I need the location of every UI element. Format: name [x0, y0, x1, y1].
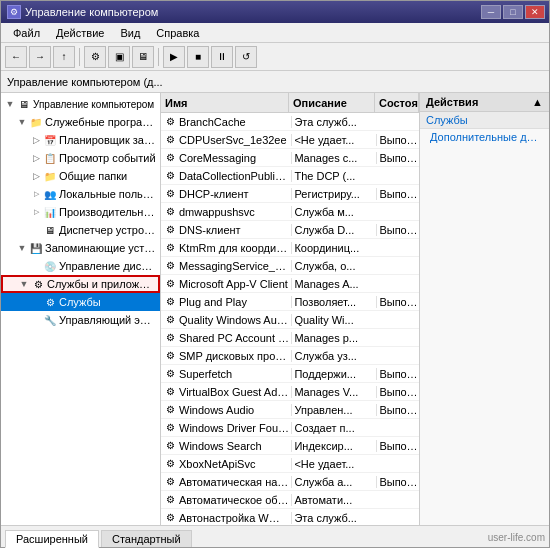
- toolbar-btn-6[interactable]: 🖥: [132, 46, 154, 68]
- tab-extended[interactable]: Расширенный: [5, 530, 99, 548]
- service-row[interactable]: ⚙Автонастройка WWANЭта служб...: [161, 509, 419, 525]
- tree-item-svc-apps[interactable]: ▼ ⚙ Службы и приложения: [1, 275, 160, 293]
- tree-item-events[interactable]: ▷ 📋 Просмотр событий: [1, 149, 160, 167]
- expander-svc[interactable]: [29, 295, 43, 309]
- tree-item-root[interactable]: ▼ 🖥 Управление компьютером: [1, 95, 160, 113]
- service-row[interactable]: ⚙XboxNetApiSvc<Не удает...: [161, 455, 419, 473]
- service-icon: ⚙: [161, 293, 179, 311]
- actions-services-section[interactable]: Службы: [420, 112, 549, 129]
- service-row[interactable]: ⚙CDPUserSvc_1e32ee<Не удает...Выпол...: [161, 131, 419, 149]
- service-row[interactable]: ⚙MessagingService_1e32eeСлужба, о...: [161, 257, 419, 275]
- service-row[interactable]: ⚙VirtualBox Guest Additions ...Manages V…: [161, 383, 419, 401]
- service-row[interactable]: ⚙DataCollectionPublishingSe...The DCP (.…: [161, 167, 419, 185]
- expander-svca[interactable]: ▼: [17, 277, 31, 291]
- service-row[interactable]: ⚙Plug and PlayПозволяет...Выпол...: [161, 293, 419, 311]
- tree-item-perf[interactable]: ▷ 📊 Производительность: [1, 203, 160, 221]
- service-name: Windows Driver Foundation-...: [179, 422, 291, 434]
- service-row[interactable]: ⚙Windows Driver Foundation-...Создает п.…: [161, 419, 419, 437]
- toolbar-btn-1[interactable]: ←: [5, 46, 27, 68]
- toolbar-btn-restart[interactable]: ↺: [235, 46, 257, 68]
- toolbar: ← → ↑ ⚙ ▣ 🖥 ▶ ■ ⏸ ↺: [1, 43, 549, 71]
- maximize-button[interactable]: □: [503, 5, 523, 19]
- menu-help[interactable]: Справка: [148, 25, 207, 41]
- service-row[interactable]: ⚙Windows AudioУправлен...Выпол...: [161, 401, 419, 419]
- toolbar-btn-2[interactable]: →: [29, 46, 51, 68]
- toolbar-btn-pause[interactable]: ⏸: [211, 46, 233, 68]
- service-name: Plug and Play: [179, 296, 291, 308]
- service-name: Microsoft App-V Client: [179, 278, 291, 290]
- tree-item-wmi[interactable]: 🔧 Управляющий элемен...: [1, 311, 160, 329]
- service-description: <Не удает...: [291, 134, 376, 146]
- expander-perf[interactable]: ▷: [29, 205, 43, 219]
- service-row[interactable]: ⚙Quality Windows Audio Vid...Quality Wi.…: [161, 311, 419, 329]
- service-icon: ⚙: [161, 203, 179, 221]
- expander-usr[interactable]: ▷: [29, 187, 43, 201]
- title-bar: ⚙ Управление компьютером ─ □ ✕: [1, 1, 549, 23]
- actions-title: Действия: [426, 96, 478, 108]
- service-name: dmwappushsvc: [179, 206, 291, 218]
- tree-item-storage[interactable]: ▼ 💾 Запоминающие устройст...: [1, 239, 160, 257]
- label-sp: Служебные программы: [45, 116, 156, 128]
- tree-item-diskmgr[interactable]: 💿 Управление дисками: [1, 257, 160, 275]
- toolbar-btn-5[interactable]: ▣: [108, 46, 130, 68]
- service-row[interactable]: ⚙Microsoft App-V ClientManages A...: [161, 275, 419, 293]
- service-row[interactable]: ⚙Windows SearchИндексир...Выпол...: [161, 437, 419, 455]
- service-icon: ⚙: [161, 437, 179, 455]
- close-button[interactable]: ✕: [525, 5, 545, 19]
- tree-item-folders[interactable]: ▷ 📁 Общие папки: [1, 167, 160, 185]
- tree-item-services[interactable]: ⚙ Службы: [1, 293, 160, 311]
- service-description: Служба уз...: [291, 350, 376, 362]
- service-row[interactable]: ⚙KtmRm для координатора ...Координиц...: [161, 239, 419, 257]
- tree-item-services-programs[interactable]: ▼ 📁 Служебные программы: [1, 113, 160, 131]
- menu-action[interactable]: Действие: [48, 25, 112, 41]
- expander-dev[interactable]: [29, 223, 43, 237]
- service-name: BranchCache: [179, 116, 291, 128]
- col-header-status[interactable]: Состоян...: [375, 93, 419, 112]
- tree-item-devmgr[interactable]: 🖥 Диспетчер устройств: [1, 221, 160, 239]
- service-row[interactable]: ⚙Автоматическое обновле...Автомати...: [161, 491, 419, 509]
- service-row[interactable]: ⚙Shared PC Account ManagerManages p...: [161, 329, 419, 347]
- expander-root[interactable]: ▼: [3, 97, 17, 111]
- main-window: ⚙ Управление компьютером ─ □ ✕ Файл Дейс…: [0, 0, 550, 548]
- tab-standard[interactable]: Стандартный: [101, 530, 192, 547]
- service-icon: ⚙: [161, 113, 179, 131]
- tree-item-scheduler[interactable]: ▷ 📅 Планировщик заданий: [1, 131, 160, 149]
- expander-wmi[interactable]: [29, 313, 43, 327]
- minimize-button[interactable]: ─: [481, 5, 501, 19]
- col-header-desc[interactable]: Описание: [289, 93, 375, 112]
- menu-file[interactable]: Файл: [5, 25, 48, 41]
- icon-perf: 📊: [43, 205, 57, 219]
- service-row[interactable]: ⚙DHCP-клиентРегистриру...Выпол...: [161, 185, 419, 203]
- title-bar-left: ⚙ Управление компьютером: [7, 5, 158, 19]
- service-row[interactable]: ⚙CoreMessagingManages c...Выпол...: [161, 149, 419, 167]
- actions-more[interactable]: Дополнительные дей...: [420, 129, 549, 145]
- tree-item-users[interactable]: ▷ 👥 Локальные пользователи...: [1, 185, 160, 203]
- label-root: Управление компьютером: [33, 99, 154, 110]
- service-row[interactable]: ⚙dmwappushsvcСлужба м...: [161, 203, 419, 221]
- expander-sched[interactable]: ▷: [29, 133, 43, 147]
- service-status: Выпол...: [376, 152, 419, 164]
- expander-evt[interactable]: ▷: [29, 151, 43, 165]
- col-header-name[interactable]: Имя: [161, 93, 289, 112]
- service-row[interactable]: ⚙SuperfetchПоддержи...Выпол...: [161, 365, 419, 383]
- label-svc: Службы: [59, 296, 101, 308]
- expander-fld[interactable]: ▷: [29, 169, 43, 183]
- service-row[interactable]: ⚙Автоматическая настройк...Служба а...Вы…: [161, 473, 419, 491]
- service-row[interactable]: ⚙DNS-клиентСлужба D...Выпол...: [161, 221, 419, 239]
- service-status: Выпол...: [376, 386, 419, 398]
- service-icon: ⚙: [161, 419, 179, 437]
- toolbar-btn-stop[interactable]: ■: [187, 46, 209, 68]
- service-row[interactable]: ⚙BranchCacheЭта служб...: [161, 113, 419, 131]
- service-description: Эта служб...: [291, 512, 376, 524]
- menu-view[interactable]: Вид: [112, 25, 148, 41]
- service-description: Индексир...: [291, 440, 376, 452]
- toolbar-btn-3[interactable]: ↑: [53, 46, 75, 68]
- service-row[interactable]: ⚙SMP дисковых пространств...Служба уз...: [161, 347, 419, 365]
- icon-sp: 📁: [29, 115, 43, 129]
- expander-sp[interactable]: ▼: [15, 115, 29, 129]
- expander-disk[interactable]: [29, 259, 43, 273]
- service-name: XboxNetApiSvc: [179, 458, 291, 470]
- expander-stor[interactable]: ▼: [15, 241, 29, 255]
- toolbar-btn-play[interactable]: ▶: [163, 46, 185, 68]
- toolbar-btn-4[interactable]: ⚙: [84, 46, 106, 68]
